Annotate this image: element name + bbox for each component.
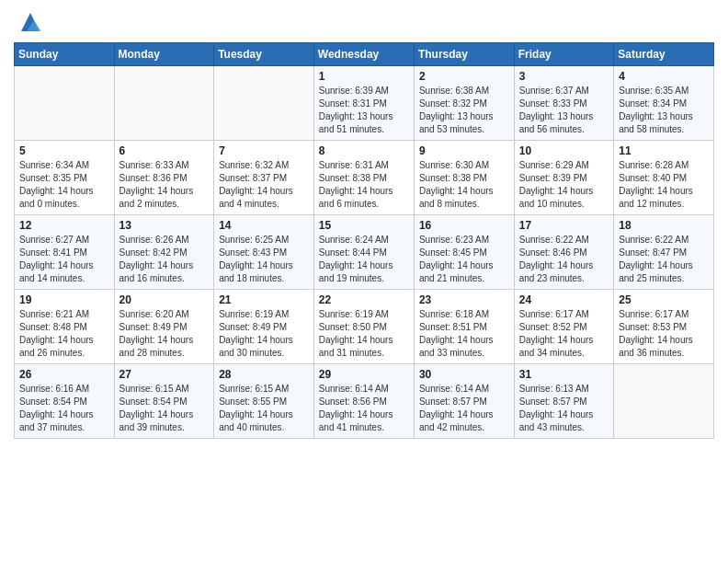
calendar-cell: 24Sunrise: 6:17 AM Sunset: 8:52 PM Dayli… (514, 290, 613, 364)
calendar-week-1: 1Sunrise: 6:39 AM Sunset: 8:31 PM Daylig… (15, 66, 714, 141)
calendar-cell: 8Sunrise: 6:31 AM Sunset: 8:38 PM Daylig… (313, 141, 414, 215)
cell-info-text: Sunrise: 6:26 AM Sunset: 8:42 PM Dayligh… (119, 234, 210, 285)
cell-info-text: Sunrise: 6:15 AM Sunset: 8:55 PM Dayligh… (219, 383, 309, 434)
calendar-week-5: 26Sunrise: 6:16 AM Sunset: 8:54 PM Dayli… (15, 364, 714, 439)
calendar-cell: 10Sunrise: 6:29 AM Sunset: 8:39 PM Dayli… (514, 141, 613, 215)
cell-date-number: 4 (619, 70, 709, 83)
cell-info-text: Sunrise: 6:24 AM Sunset: 8:44 PM Dayligh… (319, 234, 409, 285)
calendar-week-4: 19Sunrise: 6:21 AM Sunset: 8:48 PM Dayli… (15, 290, 714, 364)
calendar-week-2: 5Sunrise: 6:34 AM Sunset: 8:35 PM Daylig… (15, 141, 714, 215)
logo (14, 9, 43, 35)
calendar-cell: 6Sunrise: 6:33 AM Sunset: 8:36 PM Daylig… (114, 141, 214, 215)
day-header-friday: Friday (514, 43, 613, 66)
cell-info-text: Sunrise: 6:38 AM Sunset: 8:32 PM Dayligh… (419, 85, 509, 136)
cell-info-text: Sunrise: 6:37 AM Sunset: 8:33 PM Dayligh… (519, 85, 609, 136)
cell-info-text: Sunrise: 6:34 AM Sunset: 8:35 PM Dayligh… (19, 159, 109, 211)
calendar-cell: 16Sunrise: 6:23 AM Sunset: 8:45 PM Dayli… (414, 215, 514, 290)
calendar-cell: 14Sunrise: 6:25 AM Sunset: 8:43 PM Dayli… (214, 215, 314, 290)
calendar-cell (15, 66, 115, 141)
cell-date-number: 25 (619, 293, 709, 306)
cell-date-number: 11 (619, 144, 709, 157)
calendar-cell: 7Sunrise: 6:32 AM Sunset: 8:37 PM Daylig… (214, 141, 314, 215)
cell-date-number: 8 (319, 144, 409, 157)
cell-date-number: 31 (519, 368, 609, 381)
cell-date-number: 27 (119, 368, 210, 381)
calendar-cell: 18Sunrise: 6:22 AM Sunset: 8:47 PM Dayli… (614, 215, 714, 290)
cell-date-number: 6 (119, 144, 210, 157)
calendar-cell: 25Sunrise: 6:17 AM Sunset: 8:53 PM Dayli… (614, 290, 714, 364)
cell-date-number: 28 (219, 368, 309, 381)
cell-info-text: Sunrise: 6:13 AM Sunset: 8:57 PM Dayligh… (519, 383, 609, 434)
calendar-cell: 5Sunrise: 6:34 AM Sunset: 8:35 PM Daylig… (15, 141, 115, 215)
calendar-cell: 9Sunrise: 6:30 AM Sunset: 8:38 PM Daylig… (414, 141, 514, 215)
cell-info-text: Sunrise: 6:30 AM Sunset: 8:38 PM Dayligh… (419, 159, 509, 211)
cell-date-number: 23 (419, 293, 509, 306)
calendar-cell: 4Sunrise: 6:35 AM Sunset: 8:34 PM Daylig… (614, 66, 714, 141)
cell-date-number: 3 (519, 70, 609, 83)
calendar-table: SundayMondayTuesdayWednesdayThursdayFrid… (14, 42, 714, 439)
calendar-cell (214, 66, 314, 141)
cell-date-number: 16 (419, 219, 509, 232)
cell-date-number: 30 (419, 368, 509, 381)
cell-info-text: Sunrise: 6:33 AM Sunset: 8:36 PM Dayligh… (119, 159, 210, 211)
day-header-tuesday: Tuesday (214, 43, 314, 66)
cell-info-text: Sunrise: 6:25 AM Sunset: 8:43 PM Dayligh… (219, 234, 309, 285)
calendar-cell: 27Sunrise: 6:15 AM Sunset: 8:54 PM Dayli… (114, 364, 214, 439)
cell-date-number: 2 (419, 70, 509, 83)
cell-info-text: Sunrise: 6:17 AM Sunset: 8:52 PM Dayligh… (519, 308, 609, 360)
cell-date-number: 5 (19, 144, 109, 157)
day-header-saturday: Saturday (614, 43, 714, 66)
cell-date-number: 29 (319, 368, 409, 381)
calendar-week-3: 12Sunrise: 6:27 AM Sunset: 8:41 PM Dayli… (15, 215, 714, 290)
calendar-cell: 22Sunrise: 6:19 AM Sunset: 8:50 PM Dayli… (313, 290, 414, 364)
cell-info-text: Sunrise: 6:22 AM Sunset: 8:46 PM Dayligh… (519, 234, 609, 285)
calendar-cell: 12Sunrise: 6:27 AM Sunset: 8:41 PM Dayli… (15, 215, 115, 290)
cell-info-text: Sunrise: 6:29 AM Sunset: 8:39 PM Dayligh… (519, 159, 609, 211)
cell-info-text: Sunrise: 6:16 AM Sunset: 8:54 PM Dayligh… (19, 383, 109, 434)
calendar-cell: 26Sunrise: 6:16 AM Sunset: 8:54 PM Dayli… (15, 364, 115, 439)
cell-date-number: 24 (519, 293, 609, 306)
cell-info-text: Sunrise: 6:15 AM Sunset: 8:54 PM Dayligh… (119, 383, 210, 434)
day-header-thursday: Thursday (414, 43, 514, 66)
cell-info-text: Sunrise: 6:19 AM Sunset: 8:50 PM Dayligh… (319, 308, 409, 360)
calendar-cell: 17Sunrise: 6:22 AM Sunset: 8:46 PM Dayli… (514, 215, 613, 290)
cell-date-number: 26 (19, 368, 109, 381)
cell-info-text: Sunrise: 6:20 AM Sunset: 8:49 PM Dayligh… (119, 308, 210, 360)
cell-info-text: Sunrise: 6:39 AM Sunset: 8:31 PM Dayligh… (319, 85, 409, 136)
cell-info-text: Sunrise: 6:27 AM Sunset: 8:41 PM Dayligh… (19, 234, 109, 285)
calendar-cell: 31Sunrise: 6:13 AM Sunset: 8:57 PM Dayli… (514, 364, 613, 439)
cell-info-text: Sunrise: 6:18 AM Sunset: 8:51 PM Dayligh… (419, 308, 509, 360)
cell-date-number: 14 (219, 219, 309, 232)
cell-date-number: 18 (619, 219, 709, 232)
cell-info-text: Sunrise: 6:23 AM Sunset: 8:45 PM Dayligh… (419, 234, 509, 285)
cell-info-text: Sunrise: 6:31 AM Sunset: 8:38 PM Dayligh… (319, 159, 409, 211)
cell-info-text: Sunrise: 6:35 AM Sunset: 8:34 PM Dayligh… (619, 85, 709, 136)
cell-date-number: 10 (519, 144, 609, 157)
cell-date-number: 21 (219, 293, 309, 306)
calendar-cell (114, 66, 214, 141)
cell-info-text: Sunrise: 6:22 AM Sunset: 8:47 PM Dayligh… (619, 234, 709, 285)
calendar-cell: 28Sunrise: 6:15 AM Sunset: 8:55 PM Dayli… (214, 364, 314, 439)
cell-info-text: Sunrise: 6:14 AM Sunset: 8:56 PM Dayligh… (319, 383, 409, 434)
page-header (14, 9, 714, 35)
cell-date-number: 19 (19, 293, 109, 306)
cell-info-text: Sunrise: 6:28 AM Sunset: 8:40 PM Dayligh… (619, 159, 709, 211)
calendar-cell: 19Sunrise: 6:21 AM Sunset: 8:48 PM Dayli… (15, 290, 115, 364)
calendar-cell: 15Sunrise: 6:24 AM Sunset: 8:44 PM Dayli… (313, 215, 414, 290)
cell-info-text: Sunrise: 6:32 AM Sunset: 8:37 PM Dayligh… (219, 159, 309, 211)
logo-icon (17, 9, 43, 35)
calendar-cell: 11Sunrise: 6:28 AM Sunset: 8:40 PM Dayli… (614, 141, 714, 215)
cell-date-number: 1 (319, 70, 409, 83)
cell-date-number: 20 (119, 293, 210, 306)
cell-date-number: 7 (219, 144, 309, 157)
day-header-sunday: Sunday (15, 43, 115, 66)
cell-info-text: Sunrise: 6:17 AM Sunset: 8:53 PM Dayligh… (619, 308, 709, 360)
day-header-monday: Monday (114, 43, 214, 66)
cell-date-number: 9 (419, 144, 509, 157)
calendar-cell: 30Sunrise: 6:14 AM Sunset: 8:57 PM Dayli… (414, 364, 514, 439)
day-header-wednesday: Wednesday (313, 43, 414, 66)
cell-info-text: Sunrise: 6:21 AM Sunset: 8:48 PM Dayligh… (19, 308, 109, 360)
calendar-header-row: SundayMondayTuesdayWednesdayThursdayFrid… (15, 43, 714, 66)
cell-date-number: 17 (519, 219, 609, 232)
cell-date-number: 12 (19, 219, 109, 232)
